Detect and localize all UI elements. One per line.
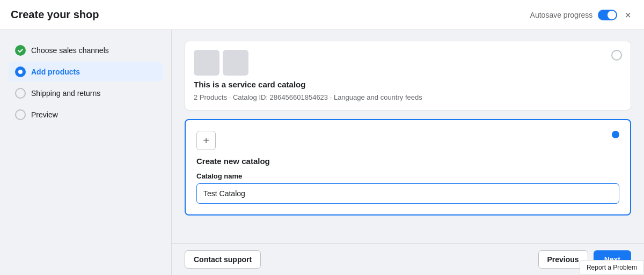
step-active-icon — [15, 66, 26, 77]
catalog-thumbnails — [194, 50, 248, 76]
sidebar-item-add-products[interactable]: Add products — [9, 62, 163, 81]
step-empty-icon — [15, 109, 26, 120]
step-complete-icon — [15, 45, 26, 56]
page-title: Create your shop — [11, 9, 99, 21]
existing-catalog-card[interactable]: This is a service card catalog 2 Product… — [185, 41, 631, 110]
catalog-card-top — [194, 50, 622, 76]
report-problem-button[interactable]: Report a Problem — [580, 260, 644, 275]
sidebar-item-label: Shipping and returns — [31, 89, 100, 98]
sidebar-item-label: Choose sales channels — [31, 46, 109, 55]
autosave-label: Autosave progress — [530, 11, 593, 19]
thumbnail-2 — [223, 50, 248, 76]
contact-support-button[interactable]: Contact support — [185, 250, 261, 269]
sidebar-item-label: Add products — [31, 68, 80, 76]
sidebar-item-preview[interactable]: Preview — [9, 105, 163, 124]
header: Create your shop Autosave progress × — [0, 0, 644, 30]
new-catalog-card[interactable]: + Create new catalog Catalog name — [185, 119, 631, 215]
close-button[interactable]: × — [623, 8, 633, 23]
step-empty-icon — [15, 88, 26, 99]
new-catalog-radio[interactable] — [612, 131, 619, 138]
sidebar: Choose sales channels Add products Shipp… — [0, 30, 172, 275]
existing-catalog-radio[interactable] — [611, 50, 622, 61]
new-catalog-card-top: + — [196, 131, 619, 150]
content-area: This is a service card catalog 2 Product… — [172, 30, 644, 275]
existing-catalog-title: This is a service card catalog — [194, 80, 622, 89]
main-layout: Choose sales channels Add products Shipp… — [0, 30, 644, 275]
header-right: Autosave progress × — [530, 8, 633, 23]
thumbnail-1 — [194, 50, 219, 76]
autosave-toggle[interactable] — [598, 10, 617, 20]
plus-icon: + — [196, 131, 216, 150]
sidebar-item-choose-sales-channels[interactable]: Choose sales channels — [9, 41, 163, 60]
content-scroll: This is a service card catalog 2 Product… — [172, 30, 644, 243]
catalog-name-label: Catalog name — [196, 172, 619, 180]
sidebar-item-shipping-and-returns[interactable]: Shipping and returns — [9, 84, 163, 103]
existing-catalog-meta: 2 Products · Catalog ID: 286456601854623… — [194, 93, 622, 101]
catalog-name-input[interactable] — [196, 183, 619, 204]
footer: Contact support Previous Next — [172, 243, 644, 275]
sidebar-item-label: Preview — [31, 110, 58, 119]
new-catalog-title: Create new catalog — [196, 157, 619, 166]
